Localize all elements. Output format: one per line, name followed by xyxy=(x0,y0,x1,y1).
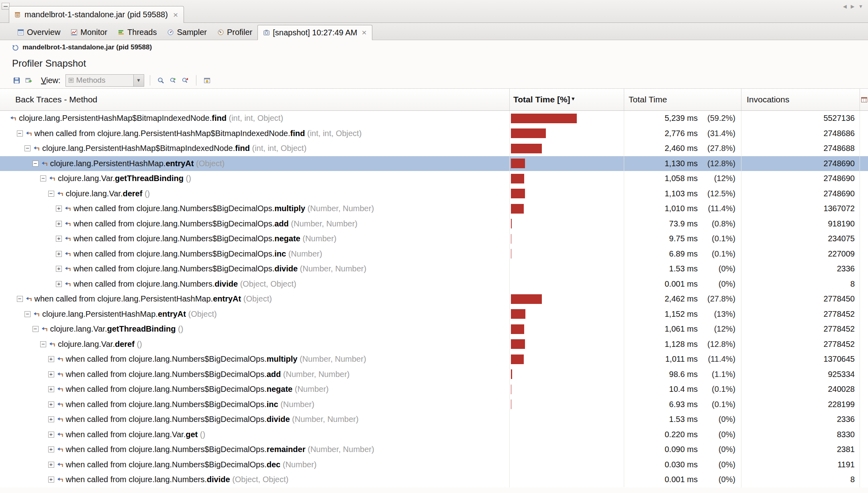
expand-toggle-icon[interactable]: + xyxy=(48,371,54,377)
table-row[interactable]: −clojure.lang.Var.deref ()1,103 ms(12.5%… xyxy=(0,186,868,202)
table-row[interactable]: −clojure.lang.Var.getThreadBinding ()1,0… xyxy=(0,171,868,186)
table-row[interactable]: +when called from clojure.lang.Numbers$B… xyxy=(0,201,868,216)
table-row[interactable]: +when called from clojure.lang.Numbers$B… xyxy=(0,231,868,246)
table-row[interactable]: +when called from clojure.lang.Numbers.d… xyxy=(0,277,868,292)
total-time-cell: 2,462 ms(27.8%) xyxy=(624,291,741,307)
table-row[interactable]: +when called from clojure.lang.Numbers$B… xyxy=(0,216,868,232)
minimize-group-icon[interactable] xyxy=(2,3,10,10)
total-time-pct-cell xyxy=(509,322,624,337)
collapse-toggle-icon[interactable]: − xyxy=(48,191,54,197)
collapse-toggle-icon[interactable]: − xyxy=(40,341,46,347)
table-row[interactable]: +when called from clojure.lang.Numbers$B… xyxy=(0,352,868,367)
expand-toggle-icon[interactable]: + xyxy=(48,386,54,392)
find-previous-icon[interactable] xyxy=(180,75,190,86)
table-row[interactable]: +when called from clojure.lang.Var.get (… xyxy=(0,427,868,442)
table-row[interactable]: −clojure.lang.PersistentHashMap.entryAt … xyxy=(0,307,868,322)
table-row[interactable]: −clojure.lang.PersistentHashMap$BitmapIn… xyxy=(0,141,868,156)
table-row[interactable]: −clojure.lang.Var.deref ()1,128 ms(12.8%… xyxy=(0,337,868,352)
back-trace-icon xyxy=(57,477,63,483)
expand-toggle-icon[interactable]: + xyxy=(48,432,54,438)
total-time-cell: 2,460 ms(27.8%) xyxy=(624,141,741,156)
column-header-invocations[interactable]: Invocations xyxy=(741,89,860,110)
expand-toggle-icon[interactable]: + xyxy=(56,251,62,257)
column-selector-button[interactable] xyxy=(860,89,868,110)
collapse-toggle-icon[interactable]: − xyxy=(17,296,23,302)
collapse-toggle-icon[interactable]: − xyxy=(17,130,23,136)
chevron-down-icon[interactable]: ▼ xyxy=(133,75,144,86)
collapse-toggle-icon[interactable]: − xyxy=(33,326,39,332)
table-row[interactable]: +when called from clojure.lang.Numbers$B… xyxy=(0,412,868,427)
table-row[interactable]: +when called from clojure.lang.Numbers$B… xyxy=(0,261,868,277)
total-time-pct-cell xyxy=(509,337,624,352)
total-time-value: 1,061 ms xyxy=(624,324,698,334)
scroll-tabs-right-icon[interactable]: ▶ xyxy=(851,4,854,9)
back-traces-table: Back Traces - Method Total Time [%] ▾ To… xyxy=(0,89,868,487)
collapse-toggle-icon[interactable]: − xyxy=(40,175,46,181)
table-row[interactable]: −clojure.lang.PersistentHashMap.entryAt … xyxy=(0,156,868,171)
table-body: clojure.lang.PersistentHashMap$BitmapInd… xyxy=(0,111,868,487)
table-row[interactable]: −when called from clojure.lang.Persisten… xyxy=(0,126,868,141)
table-row[interactable]: −clojure.lang.Var.getThreadBinding ()1,0… xyxy=(0,322,868,337)
total-time-percent: (12%) xyxy=(698,324,741,334)
total-time-percent: (0%) xyxy=(698,415,741,424)
expand-toggle-icon[interactable]: + xyxy=(56,206,62,212)
expand-toggle-icon[interactable]: + xyxy=(56,266,62,272)
export-snapshot-icon[interactable] xyxy=(23,75,34,86)
method-cell: +when called from clojure.lang.Numbers$B… xyxy=(0,367,509,382)
expand-toggle-icon[interactable]: + xyxy=(48,446,54,452)
back-trace-icon xyxy=(57,191,63,197)
expand-toggle-icon[interactable]: + xyxy=(56,236,62,242)
close-icon[interactable]: × xyxy=(361,29,366,37)
view-options-icon[interactable] xyxy=(202,75,212,86)
save-snapshot-icon[interactable] xyxy=(11,75,22,86)
toolbar-separator xyxy=(150,75,150,86)
expand-toggle-icon[interactable]: + xyxy=(48,356,54,362)
table-row[interactable]: −when called from clojure.lang.Persisten… xyxy=(0,291,868,307)
table-row[interactable]: +when called from clojure.lang.Numbers$B… xyxy=(0,382,868,397)
invocations-cell: 2778452 xyxy=(741,307,860,322)
back-trace-icon xyxy=(25,296,32,302)
column-header-total-time[interactable]: Total Time xyxy=(624,89,741,110)
table-row[interactable]: +when called from clojure.lang.Numbers$B… xyxy=(0,246,868,262)
tab-overview[interactable]: Overview xyxy=(12,24,65,40)
total-time-percent: (12.8%) xyxy=(698,159,741,168)
view-select-value: Methods xyxy=(76,76,133,85)
expand-toggle-icon[interactable]: + xyxy=(48,462,54,468)
table-row[interactable]: +when called from clojure.lang.Numbers.d… xyxy=(0,472,868,487)
method-label: clojure.lang.Var.getThreadBinding () xyxy=(50,324,184,334)
scroll-tabs-left-icon[interactable]: ◀ xyxy=(843,4,847,9)
scrollbar-track xyxy=(860,457,868,473)
tab-snapshot[interactable]: [snapshot] 10:27:49 AM× xyxy=(257,25,372,40)
tab-list-menu-icon[interactable]: ▼ xyxy=(858,4,863,9)
collapse-toggle-icon[interactable]: − xyxy=(25,145,31,151)
method-label: when called from clojure.lang.Numbers$Bi… xyxy=(74,249,322,259)
expand-toggle-icon[interactable]: + xyxy=(48,401,54,407)
find-next-icon[interactable] xyxy=(168,75,178,86)
view-select[interactable]: Methods ▼ xyxy=(65,74,144,87)
tab-threads[interactable]: Threads xyxy=(112,24,162,40)
expand-toggle-icon[interactable]: + xyxy=(56,281,62,287)
table-row[interactable]: +when called from clojure.lang.Numbers$B… xyxy=(0,367,868,382)
close-icon[interactable]: × xyxy=(173,11,178,19)
table-row[interactable]: +when called from clojure.lang.Numbers$B… xyxy=(0,457,868,473)
expand-toggle-icon[interactable]: + xyxy=(56,221,62,227)
tab-profiler[interactable]: Profiler xyxy=(212,24,257,40)
column-header-method[interactable]: Back Traces - Method xyxy=(0,89,509,110)
overview-icon xyxy=(17,29,24,36)
table-row[interactable]: clojure.lang.PersistentHashMap$BitmapInd… xyxy=(0,111,868,126)
tab-main-document[interactable]: mandelbrot-1-standalone.jar (pid 59588) … xyxy=(9,6,184,23)
back-trace-icon xyxy=(64,206,71,212)
method-label: when called from clojure.lang.Numbers$Bi… xyxy=(66,354,366,364)
tab-sampler[interactable]: Sampler xyxy=(162,24,212,40)
table-row[interactable]: +when called from clojure.lang.Numbers$B… xyxy=(0,442,868,457)
snapshot-icon xyxy=(263,29,270,36)
collapse-toggle-icon[interactable]: − xyxy=(33,161,39,167)
column-header-total-time-pct[interactable]: Total Time [%] ▾ xyxy=(509,89,624,110)
search-icon[interactable] xyxy=(156,75,166,86)
tab-monitor[interactable]: Monitor xyxy=(65,24,112,40)
collapse-toggle-icon[interactable]: − xyxy=(25,311,31,317)
time-percent-bar xyxy=(511,174,524,183)
expand-toggle-icon[interactable]: + xyxy=(48,477,54,483)
table-row[interactable]: +when called from clojure.lang.Numbers$B… xyxy=(0,397,868,412)
expand-toggle-icon[interactable]: + xyxy=(48,416,54,422)
